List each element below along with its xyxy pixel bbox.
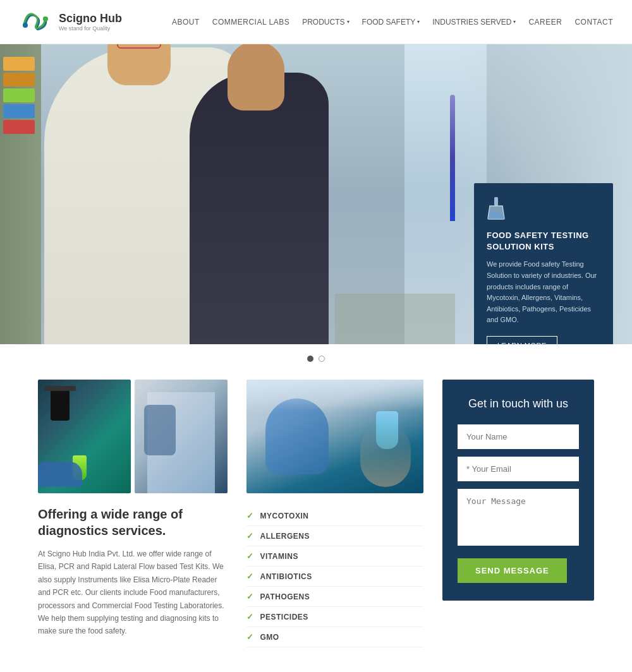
- nav-food-safety[interactable]: FOOD SAFETY ▾: [362, 18, 420, 27]
- check-icon: ✓: [246, 612, 254, 621]
- microscope-shape: [51, 389, 70, 421]
- hero-section: FOOD SAFETY TESTING SOLUTION KITS We pro…: [0, 44, 632, 344]
- main-content: Offering a wide range of diagnostics ser…: [0, 373, 632, 672]
- equipment-shape: [144, 405, 176, 455]
- lab-shelf: [0, 44, 41, 344]
- light-top: [246, 380, 423, 411]
- list-item: ✓ GMO: [246, 627, 423, 647]
- glove-left: [38, 462, 82, 487]
- chevron-down-icon: ▾: [513, 19, 516, 25]
- nav-industries[interactable]: INDUSTRIES SERVED ▾: [432, 18, 516, 27]
- check-icon: ✓: [246, 592, 254, 601]
- lab-image-3: [246, 380, 423, 493]
- glasses: [117, 44, 161, 49]
- nav-career[interactable]: CAREER: [528, 18, 562, 27]
- main-nav: ABOUT COMMERCIAL LABS PRODUCTS ▾ FOOD SA…: [172, 18, 613, 27]
- shelf-box: [3, 57, 35, 71]
- list-item: ✓ PATHOGENS: [246, 587, 423, 607]
- section-title: Offering a wide range of diagnostics ser…: [38, 506, 228, 539]
- check-icon: ✓: [246, 531, 254, 541]
- list-item: ✓ MYCOTOXIN: [246, 506, 423, 526]
- svg-point-0: [23, 23, 28, 28]
- check-icon: ✓: [246, 572, 254, 581]
- send-message-button[interactable]: SEND MESSAGE: [458, 558, 567, 583]
- svg-rect-2: [494, 197, 498, 206]
- hero-card: FOOD SAFETY TESTING SOLUTION KITS We pro…: [474, 183, 613, 344]
- nav-commercial-labs[interactable]: COMMERCIAL LABS: [212, 18, 289, 27]
- list-item: ✓ PESTICIDES: [246, 607, 423, 627]
- lab-images-left: [38, 380, 228, 493]
- logo[interactable]: Scigno Hub We stand for Quality: [19, 6, 122, 38]
- list-item: ✓ VITAMINS: [246, 546, 423, 567]
- head-2: [228, 44, 284, 111]
- head-1: [107, 44, 171, 85]
- check-icon: ✓: [246, 511, 254, 520]
- shelf-box: [3, 73, 35, 87]
- hero-card-text: We provide Food safety Testing Solution …: [487, 259, 600, 326]
- name-input[interactable]: [458, 424, 579, 449]
- slider-dot-2[interactable]: [319, 356, 325, 362]
- nav-about[interactable]: ABOUT: [172, 18, 200, 27]
- slider-dot-1[interactable]: [307, 356, 313, 362]
- list-item: ✓ ALLERGENS: [246, 526, 423, 546]
- check-icon: ✓: [246, 632, 254, 642]
- right-column: Get in touch with us SEND MESSAGE: [442, 380, 594, 601]
- shelf-box: [3, 120, 35, 134]
- nav-contact[interactable]: CONTACT: [574, 18, 613, 27]
- list-item: ✓ ANTIBIOTICS: [246, 567, 423, 587]
- pipette: [450, 95, 455, 221]
- check-icon: ✓: [246, 551, 254, 561]
- email-input[interactable]: [458, 457, 579, 481]
- nav-products[interactable]: PRODUCTS ▾: [302, 18, 349, 27]
- service-list: ✓ MYCOTOXIN ✓ ALLERGENS ✓ VITAMINS ✓ ANT…: [246, 506, 423, 647]
- message-textarea[interactable]: [458, 489, 579, 546]
- site-name: Scigno Hub: [59, 12, 122, 25]
- slider-dots: [0, 344, 632, 373]
- chevron-down-icon: ▾: [417, 19, 420, 25]
- svg-point-1: [43, 16, 48, 21]
- hero-card-title: FOOD SAFETY TESTING SOLUTION KITS: [487, 230, 600, 253]
- chevron-down-icon: ▾: [347, 19, 349, 25]
- person-face: [360, 424, 411, 487]
- lab-image-2: [135, 380, 228, 493]
- left-column: Offering a wide range of diagnostics ser…: [38, 380, 228, 638]
- learn-more-button[interactable]: LEARN MORE: [487, 336, 557, 344]
- middle-column: ✓ MYCOTOXIN ✓ ALLERGENS ✓ VITAMINS ✓ ANT…: [246, 380, 423, 647]
- site-tagline: We stand for Quality: [59, 25, 122, 32]
- lab-image-1: [38, 380, 131, 493]
- lab-table: [335, 294, 455, 344]
- shelf-box: [3, 88, 35, 102]
- section-text: At Scigno Hub India Pvt. Ltd. we offer w…: [38, 548, 228, 638]
- flask-icon: [487, 197, 600, 224]
- microscope-arm: [44, 386, 76, 391]
- contact-title: Get in touch with us: [458, 397, 579, 411]
- shelf-box: [3, 104, 35, 118]
- scientist-2: [190, 73, 329, 344]
- contact-form-box: Get in touch with us SEND MESSAGE: [442, 380, 594, 601]
